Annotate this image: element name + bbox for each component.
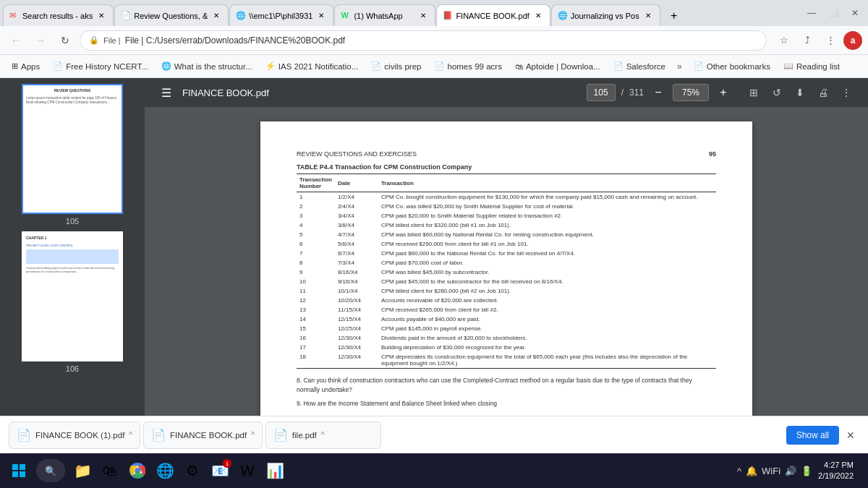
tab-whatsapp[interactable]: W (1) WhatsApp ✕ — [334, 4, 435, 26]
table-cell-date: 9/16/X4 — [335, 277, 378, 286]
address-protocol: File | — [103, 36, 121, 45]
download-caret-2[interactable]: ^ — [251, 431, 255, 439]
download-icon-2: 📄 — [151, 428, 166, 442]
svg-rect-0 — [12, 464, 18, 470]
tab-close-2[interactable]: ✕ — [210, 10, 222, 22]
taskbar-chrome-icon[interactable] — [124, 458, 150, 484]
pdf-menu-button[interactable]: ☰ — [156, 82, 176, 103]
download-icon-3: 📄 — [273, 428, 288, 442]
pdf-zoom-in-button[interactable]: + — [715, 84, 732, 101]
table-cell-num: 2 — [297, 202, 335, 211]
pdf-thumb-106[interactable]: CHAPTER 1 PROJECT-LEVEL COST CONTROL Con… — [22, 231, 123, 361]
taskbar-excel-icon[interactable]: 📊 — [262, 458, 288, 484]
tab-emc[interactable]: 🌐 \\emc1\P\phil3931 ✕ — [229, 4, 333, 26]
pdf-chapter-label: REVIEW QUESTIONS AND EXERCISES — [297, 150, 417, 158]
profile-button[interactable]: a — [843, 31, 862, 50]
tab-review-questions[interactable]: 📄 Review Questions, & ✕ — [114, 4, 229, 26]
tab-close-4[interactable]: ✕ — [417, 10, 429, 22]
bookmark-other[interactable]: 📄 Other bookmarks — [688, 58, 776, 75]
bookmark-homes[interactable]: 📄 homes 99 acrs — [429, 58, 508, 75]
bookmark-apps[interactable]: ⊞ Apps — [6, 58, 46, 75]
download-item-1[interactable]: 📄 FINANCE BOOK (1).pdf ^ — [9, 421, 140, 449]
address-url: File | C:/Users/errab/Downloads/FINANCE%… — [125, 35, 346, 46]
taskbar-word-icon[interactable]: W — [234, 458, 260, 484]
download-caret-1[interactable]: ^ — [129, 431, 132, 439]
browser-menu-button[interactable]: ⋮ — [820, 30, 841, 51]
pdf-zoom-value: 75% — [673, 84, 709, 101]
table-cell-text: CPM paid $60,000 to the National Rental … — [378, 249, 716, 258]
table-cell-num: 10 — [297, 277, 335, 286]
tab-close-1[interactable]: ✕ — [95, 10, 107, 22]
table-cell-num: 18 — [297, 352, 335, 369]
forward-button[interactable]: → — [30, 30, 51, 51]
share-button[interactable]: ⤴ — [797, 30, 817, 51]
show-all-button[interactable]: Show all — [786, 426, 839, 445]
close-window-button[interactable]: ✕ — [845, 3, 865, 23]
windows-start-button[interactable] — [6, 458, 32, 484]
tab-favicon-5: 📕 — [443, 11, 453, 21]
bookmark-aptoide[interactable]: 🛍 Aptoide | Downloa... — [509, 58, 606, 75]
bookmark-reading-list[interactable]: 📖 Reading list — [778, 58, 846, 75]
pdf-more-button[interactable]: ⋮ — [836, 82, 856, 103]
table-row: 1 1/2/X4 CPM Co. bought construction equ… — [297, 192, 716, 202]
table-row: 11 10/1/X4 CPM billed client for $280,00… — [297, 286, 716, 296]
systray-volume-icon[interactable]: 🔊 — [785, 466, 796, 476]
table-cell-date: 3/8/X4 — [335, 221, 378, 230]
bookmark-star-button[interactable]: ☆ — [774, 30, 794, 51]
pdf-download-button[interactable]: ⬇ — [790, 82, 810, 103]
download-item-3[interactable]: 📄 file.pdf ^ — [265, 421, 381, 449]
tab-search-results[interactable]: ✉ Search results - aks ✕ — [3, 4, 114, 26]
taskbar-edge-icon[interactable]: 🌐 — [152, 458, 178, 484]
pdf-thumb-item-105[interactable]: REVIEW QUESTIONS Lorem ipsum transaction… — [22, 84, 123, 226]
tab-close-5[interactable]: ✕ — [532, 10, 544, 22]
download-item-2[interactable]: 📄 FINANCE BOOK.pdf ^ — [143, 421, 263, 449]
systray-wifi-icon[interactable]: WiFi — [762, 466, 780, 476]
taskbar-explorer-icon[interactable]: 📁 — [69, 458, 95, 484]
download-caret-3[interactable]: ^ — [321, 431, 325, 439]
new-tab-button[interactable]: + — [664, 6, 684, 26]
table-row: 13 11/15/X4 CPM received $265,000 from c… — [297, 305, 716, 314]
pdf-page-input[interactable] — [587, 84, 616, 101]
tab-close-6[interactable]: ✕ — [642, 10, 654, 22]
table-cell-text: CPM was billed $45,000 by subcontractor. — [378, 267, 716, 277]
pdf-page-area[interactable]: REVIEW QUESTIONS AND EXERCISES 95 TABLE … — [145, 107, 868, 416]
tab-journalizing[interactable]: 🌐 Journalizing vs Pos ✕ — [551, 4, 660, 26]
pdf-print-button[interactable]: 🖨 — [813, 82, 833, 103]
back-button[interactable]: ← — [6, 30, 26, 51]
pdf-thumb-105[interactable]: REVIEW QUESTIONS Lorem ipsum transaction… — [22, 84, 123, 214]
table-cell-date: 12/15/X4 — [335, 314, 378, 324]
reading-list-icon: 📖 — [783, 61, 793, 71]
taskbar-clock[interactable]: 4:27 PM 2/19/2022 — [818, 460, 854, 482]
table-cell-text: Accounts payable of $40,000 are paid. — [378, 314, 716, 324]
taskbar-mail-icon[interactable]: 📧 1 — [207, 458, 233, 484]
pdf-thumbnail-scroll[interactable]: REVIEW QUESTIONS Lorem ipsum transaction… — [0, 78, 145, 416]
reload-button[interactable]: ↻ — [55, 30, 75, 51]
table-header-transaction: Transaction — [378, 174, 716, 192]
tab-finance-book[interactable]: 📕 FINANCE BOOK.pdf ✕ — [436, 4, 550, 26]
pdf-zoom-out-button[interactable]: − — [650, 84, 667, 101]
pdf-rotate-button[interactable]: ↺ — [767, 82, 787, 103]
address-bar[interactable]: 🔒 File | File | C:/Users/errab/Downloads… — [80, 30, 767, 51]
pdf-fit-button[interactable]: ⊞ — [744, 82, 764, 103]
systray-chevron-icon[interactable]: ^ — [737, 466, 741, 476]
systray-battery-icon[interactable]: 🔋 — [801, 466, 812, 476]
pdf-thumb-item-106[interactable]: CHAPTER 1 PROJECT-LEVEL COST CONTROL Con… — [22, 231, 123, 373]
bookmark-history-ncert[interactable]: 📄 Free History NCERT... — [47, 58, 154, 75]
downloads-bar-close-button[interactable]: ✕ — [842, 427, 859, 444]
taskbar-search-bar[interactable]: 🔍 — [36, 459, 65, 482]
pdf-question-8: 8. Can you think of construction contrac… — [297, 376, 716, 395]
bookmark-structure[interactable]: 🌐 What is the structur... — [156, 58, 258, 75]
taskbar-store-icon[interactable]: 🛍 — [97, 458, 123, 484]
table-cell-num: 8 — [297, 258, 335, 267]
bookmarks-more-button[interactable]: » — [673, 58, 686, 75]
bookmark-civils[interactable]: 📄 civils prep — [365, 58, 427, 75]
taskbar-settings-icon[interactable]: ⚙ — [179, 458, 205, 484]
bookmark-salesforce[interactable]: 📄 Salesforce — [608, 58, 671, 75]
minimize-button[interactable]: — — [801, 3, 822, 23]
table-cell-date: 4/7/X4 — [335, 230, 378, 239]
maximize-button[interactable]: ⬜ — [823, 3, 843, 23]
tab-close-3[interactable]: ✕ — [315, 10, 327, 22]
table-cell-date: 2/4/X4 — [335, 202, 378, 211]
bookmark-ias[interactable]: ⚡ IAS 2021 Notificatio... — [260, 58, 365, 75]
systray-notification-icon[interactable]: 🔔 — [746, 466, 757, 476]
